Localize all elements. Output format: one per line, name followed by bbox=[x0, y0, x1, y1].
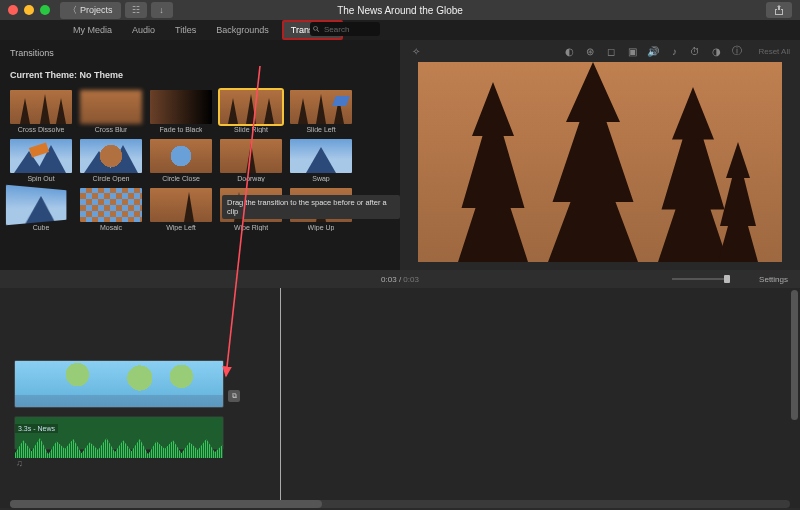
playhead[interactable] bbox=[280, 288, 281, 508]
transition-item[interactable]: Slide Left bbox=[290, 90, 352, 133]
color-balance-icon[interactable]: ◐ bbox=[563, 46, 575, 57]
upper-pane: Transitions Current Theme: No Theme Cros… bbox=[0, 40, 800, 270]
projects-back-button[interactable]: 〈 Projects bbox=[60, 2, 121, 19]
transition-item[interactable]: Slide Right bbox=[220, 90, 282, 133]
transition-item[interactable]: Fade to Black bbox=[150, 90, 212, 133]
share-icon bbox=[774, 5, 784, 15]
timeline[interactable]: ⧉ ⧉ 3.3s - News ♫ bbox=[0, 288, 800, 508]
timecode: 0:03 / 0:03 bbox=[381, 275, 419, 284]
filter-icon[interactable]: ◑ bbox=[710, 46, 722, 57]
speed-icon[interactable]: ⏱ bbox=[689, 46, 701, 57]
video-clip[interactable] bbox=[14, 360, 224, 408]
fullscreen-window-icon[interactable] bbox=[40, 5, 50, 15]
transition-item[interactable]: Cube bbox=[10, 188, 72, 231]
crop-icon[interactable]: ◻ bbox=[605, 46, 617, 57]
time-bar: 0:03 / 0:03 Settings bbox=[0, 270, 800, 288]
media-tabs: My Media Audio Titles Backgrounds Transi… bbox=[0, 20, 800, 40]
drag-tooltip: Drag the transition to the space before … bbox=[222, 195, 400, 219]
tab-my-media[interactable]: My Media bbox=[66, 22, 119, 38]
audio-clip-label: 3.3s - News bbox=[15, 424, 58, 433]
tab-backgrounds[interactable]: Backgrounds bbox=[209, 22, 276, 38]
zoom-slider[interactable] bbox=[672, 278, 730, 280]
color-correction-icon[interactable]: ⊛ bbox=[584, 46, 596, 57]
waveform bbox=[15, 436, 223, 458]
transition-item[interactable]: Swap bbox=[290, 139, 352, 182]
transition-item[interactable]: Cross Dissolve bbox=[10, 90, 72, 133]
theme-row: Current Theme: No Theme bbox=[10, 70, 390, 80]
share-button[interactable] bbox=[766, 2, 792, 18]
music-track-icon: ♫ bbox=[16, 458, 23, 468]
titlebar: 〈 Projects ☷ ↓ The News Around the Globe bbox=[0, 0, 800, 20]
projects-label: Projects bbox=[80, 5, 113, 15]
stabilize-icon[interactable]: ▣ bbox=[626, 46, 638, 57]
transitions-browser: Transitions Current Theme: No Theme Cros… bbox=[0, 40, 400, 270]
wand-icon[interactable]: ✧ bbox=[410, 46, 422, 57]
noise-icon[interactable]: ♪ bbox=[668, 46, 680, 57]
horizontal-scrollbar[interactable] bbox=[10, 500, 790, 508]
transition-item[interactable]: Cross Blur bbox=[80, 90, 142, 133]
reset-all-button[interactable]: Reset All bbox=[758, 47, 790, 56]
transition-item[interactable]: Spin Out bbox=[10, 139, 72, 182]
tab-audio[interactable]: Audio bbox=[125, 22, 162, 38]
import-button[interactable]: ☷ bbox=[125, 2, 147, 18]
search-input[interactable]: Search bbox=[310, 22, 380, 36]
transition-well-end[interactable]: ⧉ bbox=[228, 390, 240, 402]
transition-item[interactable]: Circle Open bbox=[80, 139, 142, 182]
audio-clip[interactable]: 3.3s - News bbox=[14, 416, 224, 450]
vertical-scrollbar[interactable] bbox=[791, 290, 798, 420]
viewer-pane: ✧ ◐ ⊛ ◻ ▣ 🔊 ♪ ⏱ ◑ ⓘ Reset All bbox=[400, 40, 800, 270]
transition-item[interactable]: Doorway bbox=[220, 139, 282, 182]
clip-thumbnail bbox=[15, 361, 223, 395]
close-window-icon[interactable] bbox=[8, 5, 18, 15]
preview-viewport[interactable] bbox=[418, 62, 782, 262]
transition-item[interactable]: Circle Close bbox=[150, 139, 212, 182]
project-title: The News Around the Globe bbox=[337, 5, 463, 16]
download-button[interactable]: ↓ bbox=[151, 2, 173, 18]
minimize-window-icon[interactable] bbox=[24, 5, 34, 15]
viewer-toolbar: ✧ ◐ ⊛ ◻ ▣ 🔊 ♪ ⏱ ◑ ⓘ Reset All bbox=[400, 40, 800, 62]
settings-button[interactable]: Settings bbox=[759, 275, 788, 284]
volume-icon[interactable]: 🔊 bbox=[647, 46, 659, 57]
chevron-left-icon: 〈 bbox=[68, 4, 77, 17]
section-title: Transitions bbox=[10, 48, 390, 58]
tab-titles[interactable]: Titles bbox=[168, 22, 203, 38]
transition-item[interactable]: Wipe Left bbox=[150, 188, 212, 231]
window-controls bbox=[8, 5, 50, 15]
transition-item[interactable]: Mosaic bbox=[80, 188, 142, 231]
info-icon[interactable]: ⓘ bbox=[731, 44, 743, 58]
